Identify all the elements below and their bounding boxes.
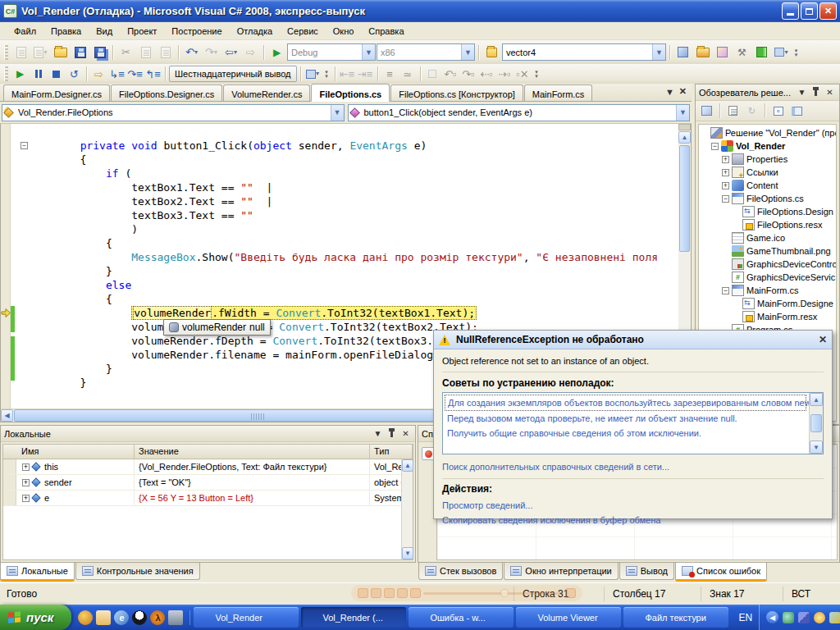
tree-expander[interactable]: − xyxy=(711,143,719,150)
document-tab[interactable]: FileOptions.cs xyxy=(311,84,390,102)
troubleshooting-tip-link[interactable]: Для создания экземпляров объектов воспол… xyxy=(445,395,806,411)
tree-expander[interactable]: + xyxy=(722,182,729,189)
find-combo[interactable]: vector4 ▼ xyxy=(502,43,666,61)
start-debug-button[interactable]: ▶ xyxy=(267,43,286,62)
language-indicator[interactable]: EN xyxy=(732,612,759,623)
locals-row[interactable]: + this {Vol_Render.FileOptions, Text: Фа… xyxy=(3,459,413,475)
taskbar-window-button[interactable]: Файл текстури xyxy=(623,607,728,628)
row-expander[interactable]: + xyxy=(22,495,30,502)
quick-launch-mail-icon[interactable] xyxy=(96,610,111,625)
clear-bookmarks-button[interactable]: ▫✕ xyxy=(514,66,532,82)
tree-expander[interactable]: − xyxy=(722,287,729,294)
save-all-button[interactable] xyxy=(90,43,109,62)
menu-item[interactable]: Вид xyxy=(89,24,120,39)
show-next-statement-button[interactable]: ⇨ xyxy=(90,66,107,82)
exception-popup-header[interactable]: NullReferenceException не обработано ✕ xyxy=(434,331,832,349)
document-tab[interactable]: VolumeRender.cs xyxy=(223,84,310,101)
scroll-up-button[interactable]: ▲ xyxy=(810,393,823,406)
panel-tab[interactable]: Окно интерпретации xyxy=(504,563,618,580)
tree-item[interactable]: FileOptions.resx xyxy=(701,218,836,231)
minimize-button[interactable] xyxy=(782,2,799,20)
solution-explorer-title-bar[interactable]: Обозреватель реше... ▼ ✕ xyxy=(696,84,839,101)
quick-launch-icon-1[interactable] xyxy=(78,610,93,625)
refresh-button[interactable]: ↻ xyxy=(743,103,760,119)
tree-item[interactable]: MainForm.Designe xyxy=(701,297,836,310)
troubleshooting-tip-link[interactable]: Перед вызовом метода проверьте, не имеет… xyxy=(445,411,806,426)
view-designer-button[interactable] xyxy=(788,103,806,119)
new-project-button[interactable] xyxy=(11,43,30,62)
menu-item[interactable]: Справка xyxy=(361,24,411,39)
navigate-back-button[interactable]: ⇦▾ xyxy=(221,43,240,62)
menu-item[interactable]: Отладка xyxy=(230,24,280,39)
tips-scroll-thumb[interactable] xyxy=(810,414,822,432)
locals-title-bar[interactable]: Локальные ▼ ✕ xyxy=(1,426,415,442)
toolbar-grip[interactable] xyxy=(4,45,8,60)
cut-button[interactable]: ✂ xyxy=(116,43,135,62)
column-header-name[interactable]: Имя xyxy=(3,445,135,459)
taskbar-window-button[interactable]: Vol_Render (... xyxy=(301,607,406,628)
close-button[interactable]: ✕ xyxy=(819,2,837,20)
menu-item[interactable]: Сервис xyxy=(280,24,326,39)
debugger-datatip[interactable]: volumeRender null xyxy=(163,319,271,336)
tree-item[interactable]: FileOptions.Design xyxy=(701,205,836,218)
navigate-forward-button[interactable]: ⇨ xyxy=(241,43,260,62)
tree-item[interactable]: + Content xyxy=(701,179,836,192)
menu-item[interactable]: Проект xyxy=(120,24,164,39)
quick-launch-lambda-icon[interactable]: λ xyxy=(150,610,165,625)
start-page-button[interactable] xyxy=(752,43,771,62)
start-button[interactable]: пуск xyxy=(0,605,71,630)
auto-hide-pin-button[interactable] xyxy=(386,427,398,440)
tree-item[interactable]: MainForm.resx xyxy=(701,310,836,323)
locals-row[interactable]: + sender {Text = "OK"} object {S xyxy=(3,475,413,491)
auto-hide-pin-button[interactable] xyxy=(810,86,822,98)
bookmark-button[interactable] xyxy=(424,66,441,82)
hide-tray-icons-chevron[interactable]: ◀ xyxy=(766,611,778,623)
tree-item[interactable]: Решение "Vol_Render" (прое xyxy=(701,126,836,139)
continue-button[interactable]: ▶ xyxy=(11,66,29,82)
other-windows-button[interactable]: ▾ xyxy=(772,43,791,62)
tree-item[interactable]: − FileOptions.cs xyxy=(701,192,836,205)
close-panel-button[interactable]: ✕ xyxy=(399,427,412,440)
copy-button[interactable] xyxy=(136,43,155,62)
toolbar-overflow-button[interactable]: ▾▾ xyxy=(532,66,541,82)
tree-item[interactable]: GraphicsDeviceContro xyxy=(701,258,836,271)
prev-bookmark-folder-button[interactable]: ⇠▫ xyxy=(478,66,495,82)
undo-button[interactable]: ↶▾ xyxy=(182,43,201,62)
panel-tab[interactable]: Вывод xyxy=(619,563,674,580)
menu-item[interactable]: Построение xyxy=(164,24,229,39)
decrease-indent-button[interactable]: ⇤≡ xyxy=(339,66,356,82)
horizontal-scroll-thumb[interactable] xyxy=(14,409,502,422)
save-button[interactable] xyxy=(71,43,89,62)
stop-debug-button[interactable] xyxy=(48,66,65,82)
document-tab[interactable]: FileOptions.cs [Конструктор] xyxy=(390,84,523,101)
panel-tab[interactable]: Стек вызовов xyxy=(418,563,503,580)
step-out-button[interactable]: ↰≡ xyxy=(144,66,162,82)
document-tab[interactable]: MainForm.cs xyxy=(524,84,593,101)
step-into-button[interactable]: ↳≡ xyxy=(108,66,126,82)
indicator-margin[interactable] xyxy=(1,124,11,409)
quick-launch-app-icon[interactable] xyxy=(168,610,183,625)
quick-launch-browser-icon[interactable]: e xyxy=(114,610,129,625)
tree-item[interactable]: + Ссылки xyxy=(701,166,836,179)
outline-collapse-box[interactable]: − xyxy=(21,142,28,149)
uncomment-button[interactable]: ≃ xyxy=(399,66,417,82)
types-dropdown[interactable]: Vol_Render.FileOptions ▼ xyxy=(2,104,345,121)
vertical-scroll-thumb[interactable] xyxy=(679,145,690,252)
locals-scrollbar[interactable]: ▲▼ xyxy=(401,459,413,559)
hex-display-toggle[interactable]: Шестнадцатеричный вывод xyxy=(169,66,297,82)
online-help-link[interactable]: Поиск дополнительных справочных сведений… xyxy=(442,459,824,474)
members-dropdown[interactable]: button1_Click(object sender, EventArgs e… xyxy=(348,104,691,121)
object-browser-button[interactable] xyxy=(713,43,732,62)
scroll-left-button[interactable]: ◀ xyxy=(1,409,13,422)
quick-launch-penguin-icon[interactable] xyxy=(132,610,147,625)
view-code-button[interactable]: ≡ xyxy=(769,103,787,119)
row-expander[interactable]: + xyxy=(22,463,30,471)
pause-button[interactable] xyxy=(30,66,47,82)
menu-item[interactable]: Окно xyxy=(326,24,362,39)
paste-button[interactable] xyxy=(156,43,175,62)
splitter-box[interactable] xyxy=(678,124,691,130)
scroll-down-button[interactable]: ▼ xyxy=(402,547,413,559)
tree-expander[interactable]: − xyxy=(722,195,729,203)
increase-indent-button[interactable]: ⇥≡ xyxy=(357,66,374,82)
tree-expander[interactable]: + xyxy=(722,156,729,163)
